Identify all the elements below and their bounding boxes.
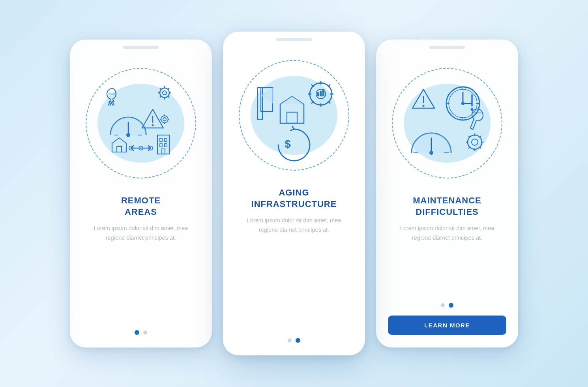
phone-title-remote: REMOTE AREAS [112, 195, 170, 218]
svg-line-7 [160, 88, 161, 90]
svg-rect-40 [287, 112, 297, 123]
aging-infrastructure-icon: $ [247, 68, 341, 163]
svg-rect-54 [322, 89, 324, 96]
svg-point-18 [161, 116, 168, 123]
phone-notch [429, 46, 465, 49]
dot-active [135, 330, 139, 335]
svg-rect-34 [165, 144, 167, 147]
maintenance-icon [400, 76, 494, 171]
svg-text:$: $ [285, 138, 291, 150]
svg-line-80 [468, 147, 470, 148]
svg-point-72 [472, 139, 478, 145]
learn-more-button[interactable]: LEARN MORE [388, 316, 506, 335]
svg-rect-33 [160, 144, 162, 147]
icon-area-maintenance [376, 56, 518, 190]
phone-notch [123, 46, 159, 49]
phone-body-maintenance: Lorem ipsum dolor sit dim amet, mea regi… [376, 224, 518, 243]
dot-inactive-1 [441, 303, 445, 307]
svg-marker-41 [280, 96, 304, 104]
svg-line-8 [168, 96, 169, 98]
dot-inactive [288, 338, 292, 342]
svg-line-79 [479, 136, 481, 137]
icon-area-remote [70, 56, 212, 190]
svg-line-77 [468, 136, 470, 137]
svg-rect-25 [117, 147, 122, 152]
svg-rect-35 [162, 149, 165, 154]
icon-area-aging: $ [223, 48, 365, 182]
svg-rect-30 [157, 135, 169, 154]
svg-rect-32 [165, 138, 167, 141]
remote-areas-icon [94, 76, 188, 171]
svg-point-82 [429, 151, 433, 155]
phone-body-remote: Lorem ipsum dolor sit dim amet, mea regi… [70, 224, 212, 243]
svg-point-12 [126, 133, 130, 137]
svg-rect-53 [320, 91, 322, 96]
phone-notch [276, 38, 312, 41]
phone-title-maintenance: MAINTENANCE DIFFICULTIES [403, 195, 491, 218]
svg-rect-52 [317, 92, 319, 96]
dots-row-maintenance [441, 295, 453, 308]
dot-inactive [143, 331, 147, 334]
svg-line-10 [160, 96, 161, 98]
svg-line-78 [479, 147, 481, 148]
svg-point-70 [471, 108, 474, 111]
svg-rect-31 [160, 138, 162, 141]
dots-row-remote [135, 322, 147, 335]
svg-rect-37 [258, 88, 262, 119]
dots-row-aging [288, 330, 300, 343]
svg-point-63 [461, 102, 464, 105]
svg-marker-24 [112, 138, 126, 152]
svg-point-19 [163, 118, 166, 121]
phone-body-aging: Lorem ipsum dolor sit dim amet, mea regi… [223, 216, 365, 235]
phone-aging-infrastructure: $ AGING INFRASTRUCTURE Lorem ipsum dolor… [223, 32, 365, 355]
phone-remote-areas: REMOTE AREAS Lorem ipsum dolor sit dim a… [70, 39, 212, 348]
dot-active-2 [449, 303, 453, 308]
phones-container: REMOTE AREAS Lorem ipsum dolor sit dim a… [70, 32, 518, 355]
phone-title-aging: AGING INFRASTRUCTURE [242, 187, 346, 210]
svg-point-58 [423, 105, 425, 107]
svg-point-17 [152, 124, 154, 126]
svg-line-9 [168, 88, 169, 90]
phone-maintenance: MAINTENANCE DIFFICULTIES Lorem ipsum dol… [376, 39, 518, 348]
svg-point-2 [163, 91, 167, 95]
dot-active [296, 338, 300, 343]
